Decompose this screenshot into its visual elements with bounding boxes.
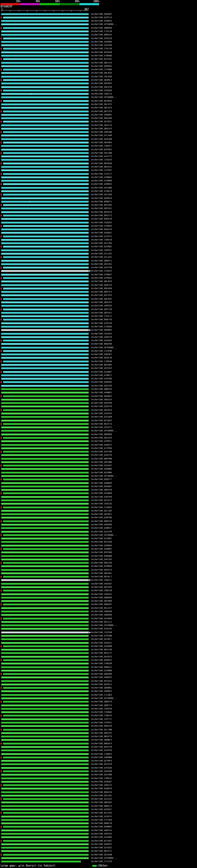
hit-label[interactable]: UniRef100_C6AC81	[91, 593, 112, 595]
hit-bar[interactable]	[1, 847, 89, 848]
hit-bar[interactable]	[1, 624, 89, 626]
hit-bar[interactable]	[1, 430, 89, 432]
hit-bar[interactable]	[1, 666, 89, 668]
hit-bar[interactable]	[3, 409, 89, 411]
hit-bar[interactable]	[1, 819, 89, 821]
hit-label[interactable]: UniRef100_Q9FY39	[91, 308, 112, 311]
hit-bar[interactable]	[1, 149, 89, 151]
hit-bar[interactable]	[1, 656, 89, 658]
hit-label[interactable]: UniRef100_A1KC08	[91, 44, 112, 46]
hit-bar[interactable]	[1, 718, 89, 720]
hit-bar[interactable]	[1, 399, 89, 401]
hit-bar[interactable]	[1, 861, 81, 863]
hit-label[interactable]: UniRef100_C2Z567	[91, 169, 112, 172]
hit-bar[interactable]	[3, 659, 89, 661]
hit-label[interactable]: UniRef100_C3MG1E	[91, 777, 112, 780]
hit-label[interactable]: UniRef100_C7U110	[91, 30, 112, 33]
hit-bar[interactable]	[1, 86, 89, 88]
hit-label[interactable]: UniRef100_C7C6W9	[91, 68, 112, 71]
hit-bar[interactable]	[1, 823, 89, 824]
hit-label[interactable]: UniRef100_B4WBM2	[91, 826, 112, 828]
hit-bar[interactable]	[3, 478, 89, 480]
hit-bar[interactable]	[1, 475, 89, 477]
hit-bar[interactable]	[1, 607, 89, 609]
hit-bar[interactable]	[3, 37, 89, 39]
hit-label[interactable]: UniRef100_B3GEH0	[91, 51, 112, 54]
hit-bar[interactable]	[3, 854, 89, 856]
hit-bar[interactable]	[3, 784, 89, 786]
hit-label[interactable]: UniRef100_B4R922	[91, 659, 112, 661]
hit-label[interactable]: UniRef100_Q92RJ1	[91, 683, 112, 686]
hit-bar[interactable]	[3, 826, 89, 828]
hit-bar[interactable]	[1, 93, 89, 95]
hit-bar[interactable]	[1, 55, 89, 57]
hit-label[interactable]: UniRef100_UPI0000...	[91, 534, 117, 536]
hit-label[interactable]: UniRef100_Q9FEV6	[91, 86, 112, 88]
hit-bar[interactable]	[1, 378, 89, 380]
hit-label[interactable]: UniRef100_B81G77	[91, 652, 112, 654]
hit-bar[interactable]	[1, 249, 89, 251]
hit-label[interactable]: UniRef100_Q08CT5	[91, 704, 112, 707]
hit-bar[interactable]	[3, 381, 89, 383]
hit-bar[interactable]	[1, 694, 89, 696]
hit-bar[interactable]	[1, 166, 89, 168]
hit-bar[interactable]	[3, 770, 89, 772]
hit-bar[interactable]	[3, 715, 89, 716]
hit-label[interactable]: UniRef100_Q5VSB8	[91, 773, 112, 776]
hit-bar[interactable]	[1, 774, 89, 776]
hit-label[interactable]: UniRef100_B8GUC4	[91, 742, 112, 745]
hit-bar[interactable]	[1, 524, 89, 526]
hit-label[interactable]: UniRef100_Q3HUD7	[91, 780, 112, 783]
hit-bar[interactable]	[1, 795, 89, 797]
hit-bar[interactable]	[1, 13, 89, 15]
hit-label[interactable]: UniRef100_Q04NE5	[91, 395, 112, 398]
hit-bar[interactable]	[1, 402, 89, 404]
hit-bar[interactable]	[3, 287, 89, 289]
hit-label[interactable]: UniRef100_C6Q175	[91, 93, 112, 95]
hit-bar[interactable]	[1, 527, 89, 529]
hit-label[interactable]: UniRef100_B8EPW0	[91, 458, 112, 460]
hit-bar[interactable]	[1, 753, 89, 755]
hit-bar[interactable]	[1, 145, 89, 147]
hit-label[interactable]: UniRef100_C9TT71	[91, 718, 112, 720]
hit-bar[interactable]	[1, 458, 89, 460]
hit-label[interactable]: UniRef100_B9RSX4	[91, 34, 112, 36]
hit-bar[interactable]	[1, 843, 89, 845]
hit-label[interactable]: UniRef100_Q8L692	[91, 298, 112, 300]
hit-bar[interactable]	[1, 531, 89, 533]
hit-bar[interactable]	[1, 312, 89, 314]
hit-bar[interactable]	[1, 565, 89, 567]
hit-label[interactable]: UniRef100_Q55Y01	[91, 263, 112, 266]
hit-label[interactable]: UniRef100_Q9ZEJ0	[91, 356, 112, 359]
hit-label[interactable]: UniRef100_C7C1N4	[91, 819, 112, 821]
hit-bar[interactable]	[1, 353, 89, 355]
hit-bar[interactable]	[3, 27, 89, 29]
hit-label[interactable]: UniRef100_A4RST8	[91, 336, 112, 338]
hit-label[interactable]: UniRef100_B6JF14	[91, 423, 112, 425]
hit-bar[interactable]	[1, 367, 89, 369]
hit-label[interactable]: UniRef100_Q21A74	[91, 499, 112, 502]
hit-bar[interactable]	[1, 420, 89, 422]
hit-label[interactable]: UniRef100_Q36BR2	[91, 548, 112, 550]
hit-bar[interactable]	[1, 41, 89, 43]
hit-label[interactable]: UniRef100_A9S1W0	[91, 152, 112, 154]
hit-label[interactable]: UniRef100_A9EK09	[91, 523, 112, 526]
hit-label[interactable]: UniRef100_A4Z7X8	[91, 266, 112, 269]
hit-label[interactable]: UniRef100_B4FRG2	[91, 148, 112, 151]
hit-bar[interactable]	[1, 405, 89, 407]
hit-bar[interactable]	[1, 760, 89, 762]
hit-label[interactable]: UniRef100_C6PPU7	[91, 249, 112, 252]
hit-label[interactable]: UniRef100_C6QG11	[91, 579, 112, 581]
hit-label[interactable]: UniRef100_B17E07	[91, 840, 112, 842]
hit-bar[interactable]	[1, 600, 89, 602]
hit-bar[interactable]	[1, 482, 89, 484]
hit-label[interactable]: UniRef100_C81954	[91, 333, 112, 335]
hit-label[interactable]: UniRef100_A7R0U7	[91, 273, 112, 276]
hit-label[interactable]: UniRef100_A1IP41	[91, 235, 112, 238]
hit-bar[interactable]	[3, 548, 89, 550]
hit-label[interactable]: UniRef100_A6FQ00	[91, 461, 112, 463]
hit-label[interactable]: UniRef100_A6DYS4	[91, 829, 112, 832]
hit-bar[interactable]	[1, 34, 89, 36]
hit-bar[interactable]	[1, 579, 89, 581]
hit-bar[interactable]	[1, 614, 89, 616]
